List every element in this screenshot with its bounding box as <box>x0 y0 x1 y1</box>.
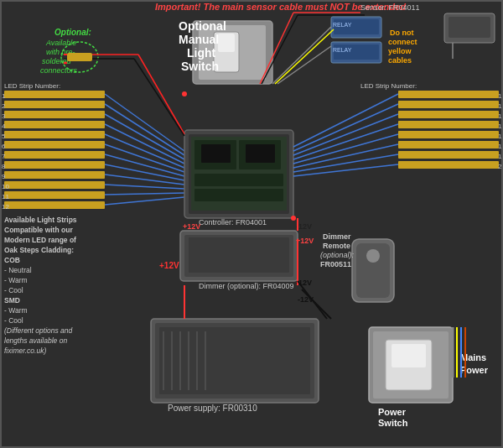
svg-text:COB: COB <box>4 256 20 264</box>
svg-text:Oak Steps Cladding:: Oak Steps Cladding: <box>4 246 74 254</box>
svg-rect-12 <box>67 53 92 61</box>
svg-text:cables: cables <box>388 56 412 65</box>
svg-text:LED Strip Number:: LED Strip Number: <box>360 82 417 90</box>
svg-rect-79 <box>194 189 283 201</box>
svg-text:Remote: Remote <box>323 242 350 250</box>
svg-rect-92 <box>398 141 499 148</box>
svg-text:SMD: SMD <box>4 296 20 305</box>
svg-text:Dimmer (optional): FR04009: Dimmer (optional): FR04009 <box>199 282 294 290</box>
svg-text:11: 11 <box>2 193 9 201</box>
svg-rect-19 <box>218 34 235 52</box>
svg-text:(optional):: (optional): <box>320 251 355 259</box>
svg-text:+12V: +12V <box>159 261 179 270</box>
svg-text:9: 9 <box>2 173 6 180</box>
wiring-diagram: Important! The main sensor cable must NO… <box>0 0 503 448</box>
svg-rect-78 <box>194 174 283 186</box>
svg-text:Optional: Optional <box>179 19 226 33</box>
svg-text:Available: Available <box>45 39 76 47</box>
svg-text:Manual: Manual <box>179 33 219 46</box>
svg-rect-37 <box>4 101 105 108</box>
svg-text:Sensor: FR04011: Sensor: FR04011 <box>360 3 420 12</box>
svg-rect-76 <box>201 144 231 163</box>
svg-text:- Neutral: - Neutral <box>4 266 32 274</box>
svg-point-176 <box>291 216 296 221</box>
svg-rect-53 <box>4 181 105 189</box>
svg-text:8: 8 <box>2 163 6 170</box>
svg-text:Dimmer: Dimmer <box>323 232 351 241</box>
svg-text:Power: Power <box>378 407 407 417</box>
svg-text:Switch: Switch <box>378 418 408 428</box>
svg-text:Switch: Switch <box>181 60 219 73</box>
svg-rect-84 <box>398 101 499 108</box>
svg-text:Do not: Do not <box>390 29 414 37</box>
svg-text:yellow: yellow <box>388 47 412 55</box>
svg-text:Light: Light <box>187 46 216 60</box>
svg-text:lengths available on: lengths available on <box>4 336 67 345</box>
svg-rect-4 <box>449 17 490 38</box>
svg-text:LED Strip Number:: LED Strip Number: <box>4 82 60 90</box>
svg-rect-112 <box>159 327 310 394</box>
svg-rect-55 <box>4 191 105 199</box>
svg-rect-77 <box>246 144 275 163</box>
svg-rect-86 <box>398 111 499 118</box>
svg-text:- Cool: - Cool <box>4 286 23 294</box>
svg-text:7: 7 <box>2 153 6 160</box>
svg-text:fiximer.co.uk): fiximer.co.uk) <box>4 346 46 355</box>
svg-text:Compatible with our: Compatible with our <box>4 226 73 234</box>
svg-text:5: 5 <box>2 133 6 140</box>
svg-rect-39 <box>4 111 105 118</box>
svg-rect-94 <box>398 151 499 159</box>
svg-rect-43 <box>4 131 105 138</box>
svg-rect-57 <box>4 201 105 209</box>
svg-point-175 <box>182 91 187 96</box>
svg-text:4: 4 <box>2 122 6 130</box>
svg-point-122 <box>366 249 380 263</box>
svg-text:2: 2 <box>2 102 6 110</box>
svg-text:+12V: +12V <box>183 222 200 231</box>
svg-text:RELAY: RELAY <box>333 47 352 53</box>
svg-text:Optional:: Optional: <box>54 28 91 37</box>
svg-rect-49 <box>4 161 105 169</box>
svg-text:Mains: Mains <box>460 352 486 362</box>
svg-rect-88 <box>398 121 499 128</box>
svg-rect-96 <box>398 161 499 169</box>
svg-rect-45 <box>4 141 105 148</box>
svg-text:Power supply:   FR00310: Power supply: FR00310 <box>168 404 257 413</box>
svg-text:connect: connect <box>388 38 417 46</box>
svg-text:- Cool: - Cool <box>4 316 23 325</box>
svg-text:FR00511: FR00511 <box>320 260 351 268</box>
svg-rect-130 <box>392 344 426 367</box>
svg-text:(Different options and: (Different options and <box>4 326 73 335</box>
svg-rect-108 <box>189 237 289 273</box>
svg-rect-35 <box>4 91 105 98</box>
svg-rect-47 <box>4 151 105 159</box>
svg-rect-51 <box>4 171 105 179</box>
svg-text:1: 1 <box>2 92 6 100</box>
svg-text:+12V: +12V <box>296 237 314 245</box>
svg-text:10: 10 <box>2 183 9 190</box>
svg-text:Modern LED range of: Modern LED range of <box>4 236 76 244</box>
svg-text:- Warm: - Warm <box>4 276 28 284</box>
svg-text:12: 12 <box>2 203 9 211</box>
svg-text:Available Light Strips: Available Light Strips <box>4 216 77 224</box>
svg-rect-90 <box>398 131 499 138</box>
svg-rect-82 <box>398 91 499 98</box>
svg-text:3: 3 <box>2 112 6 120</box>
svg-text:Controller: FR04001: Controller: FR04001 <box>199 218 267 227</box>
svg-text:- Warm: - Warm <box>4 306 28 315</box>
svg-text:6: 6 <box>2 143 6 150</box>
svg-text:RELAY: RELAY <box>333 22 352 28</box>
svg-rect-41 <box>4 121 105 128</box>
